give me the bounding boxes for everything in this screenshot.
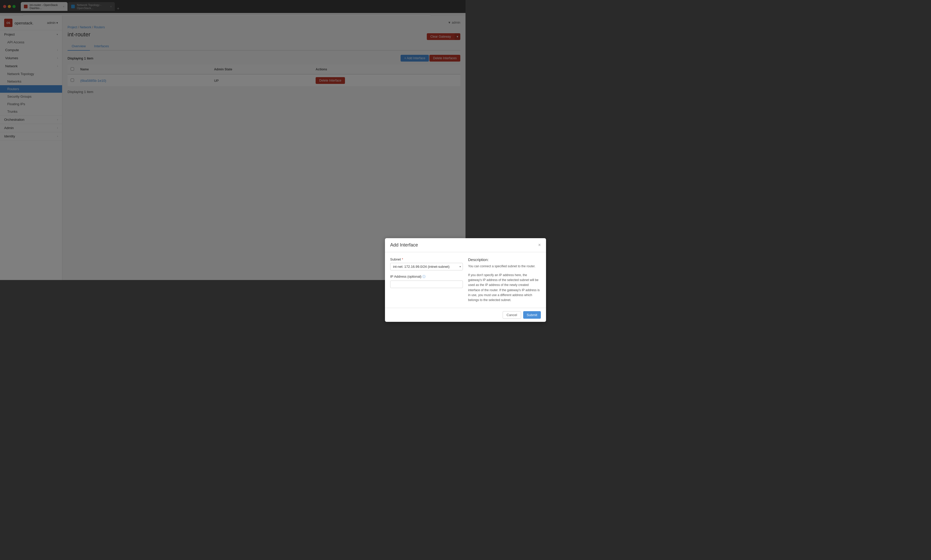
subnet-select-wrapper: int-net: 172.16.99.0/24 (intnet-subnet) … (390, 263, 463, 271)
modal-body: Subnet * int-net: 172.16.99.0/24 (intnet… (385, 252, 466, 280)
ip-label: IP Address (optional) ⓘ (390, 275, 463, 279)
add-interface-modal: Add Interface × Subnet * int-net: 172.16… (385, 238, 466, 280)
modal-title: Add Interface (390, 242, 418, 248)
subnet-label: Subnet * (390, 257, 463, 261)
modal-header: Add Interface × (385, 238, 466, 252)
ip-help-icon[interactable]: ⓘ (422, 275, 425, 278)
ip-form-group: IP Address (optional) ⓘ (390, 275, 463, 280)
modal-form: Subnet * int-net: 172.16.99.0/24 (intnet… (390, 257, 463, 280)
modal-overlay: Add Interface × Subnet * int-net: 172.16… (0, 0, 466, 280)
subnet-select[interactable]: int-net: 172.16.99.0/24 (intnet-subnet) (390, 263, 463, 271)
subnet-required-star: * (402, 257, 403, 261)
subnet-form-group: Subnet * int-net: 172.16.99.0/24 (intnet… (390, 257, 463, 271)
